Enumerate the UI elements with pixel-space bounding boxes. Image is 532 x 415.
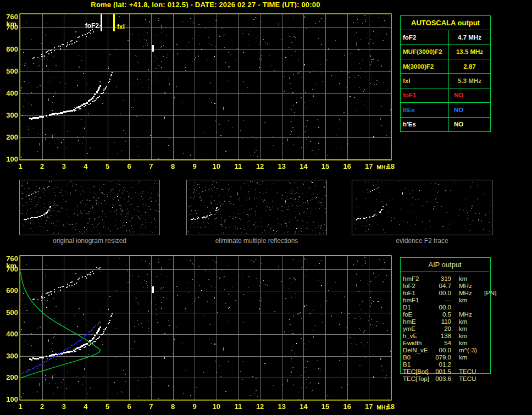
autoscala-ionogram-screen: { "header": { "title": "Rome (lat: +41.8…: [0, 0, 532, 415]
autoscala-param-value: NO: [449, 103, 490, 117]
autoscala-param-label: M(3000)F2: [401, 59, 449, 73]
panel-evidence-f2: [352, 180, 492, 235]
autoscala-row: ftEsNO: [401, 102, 490, 117]
aip-value: 00.0: [433, 304, 451, 311]
aip-unit: km: [459, 297, 483, 304]
aip-value: 20: [433, 325, 451, 333]
autoscala-table-title: AUTOSCALA output: [401, 16, 490, 30]
aip-value: 079.0: [433, 354, 451, 361]
autoscala-row: MUF(3000)F213.5 MHz: [401, 44, 490, 58]
aip-value: 001.5: [433, 368, 451, 375]
aip-value: 003.6: [433, 375, 451, 383]
autoscala-param-value: 4.7 MHz: [449, 30, 490, 44]
aip-label: Ewidth: [403, 340, 433, 347]
aip-unit: km: [459, 333, 483, 340]
autoscala-param-value: NO: [449, 88, 490, 102]
autoscala-param-label: ftEs: [401, 103, 449, 117]
aip-value: 110: [433, 318, 451, 325]
aip-row: foF100.0MHz[PN]: [403, 290, 532, 297]
autoscala-param-label: h'Es: [401, 118, 449, 131]
autoscala-param-label: foF2: [401, 30, 449, 44]
autoscala-param-label: foF1: [401, 88, 449, 102]
aip-unit: km: [459, 318, 483, 325]
aip-extra: [PN]: [484, 290, 496, 297]
panel-eliminate-reflections: [186, 180, 327, 235]
aip-label: hmE: [403, 318, 433, 325]
aip-label: B0: [403, 354, 433, 361]
aip-unit: km: [459, 340, 483, 347]
aip-value: 00.0: [433, 347, 451, 354]
top-ionogram-chart: [0, 8, 398, 173]
panel-original-ionogram: [19, 180, 160, 235]
autoscala-output-table: AUTOSCALA output foF24.7 MHzMUF(3000)F21…: [400, 15, 491, 132]
aip-row: h_vE138km: [403, 333, 532, 340]
aip-label: foF2: [403, 283, 433, 290]
aip-row: hmF1---km: [403, 297, 532, 304]
aip-label: foE: [403, 311, 433, 318]
panel-caption-eliminate: eliminate multiple reflections: [186, 237, 327, 245]
aip-row: foF204.7MHz: [403, 283, 532, 290]
aip-row: B0079.0km: [403, 354, 532, 361]
aip-unit: m^(-3): [459, 347, 483, 354]
aip-value: 319: [433, 275, 451, 283]
aip-label: TEC[Top]: [403, 375, 433, 383]
panel-caption-evidence: evidence F2 trace: [352, 237, 492, 245]
bottom-ionogram-chart: [0, 248, 398, 415]
aip-row: hmE110km: [403, 318, 532, 325]
aip-row: ymE20km: [403, 325, 532, 333]
autoscala-row: M(3000)F22.87: [401, 59, 490, 73]
aip-unit: MHz: [459, 311, 483, 318]
aip-row: Ewidth54km: [403, 340, 532, 347]
aip-label: hmF2: [403, 275, 433, 283]
aip-title-separator: [401, 272, 489, 272]
aip-unit: TECU: [459, 368, 483, 375]
aip-row: B101.2: [403, 361, 532, 368]
aip-row: hmF2319km: [403, 275, 532, 283]
aip-value: ---: [433, 297, 451, 304]
aip-table-title: AIP output: [400, 261, 490, 269]
aip-label: B1: [403, 361, 433, 368]
aip-unit: MHz: [459, 283, 483, 290]
autoscala-param-label: MUF(3000)F2: [401, 45, 449, 58]
aip-unit: MHz: [459, 290, 483, 297]
aip-unit: [459, 361, 483, 368]
aip-label: h_vE: [403, 333, 433, 340]
aip-unit: km: [459, 354, 483, 361]
aip-unit: TECU: [459, 375, 483, 383]
autoscala-param-value: 5.3 MHz: [449, 74, 490, 87]
aip-label: ymE: [403, 325, 433, 333]
aip-label: D1: [403, 304, 433, 311]
autoscala-param-value: 2.87: [449, 59, 490, 73]
autoscala-row: h'EsNO: [401, 117, 490, 131]
aip-unit: km: [459, 275, 483, 283]
aip-unit: km: [459, 325, 483, 333]
autoscala-row: foF24.7 MHz: [401, 30, 490, 44]
aip-rows: hmF2319kmfoF204.7MHzfoF100.0MHz[PN]hmF1-…: [403, 275, 532, 383]
aip-label: hmF1: [403, 297, 433, 304]
autoscala-param-label: fxI: [401, 74, 449, 87]
aip-value: 54: [433, 340, 451, 347]
aip-unit: [459, 304, 483, 311]
autoscala-param-value: NO: [449, 118, 490, 131]
autoscala-row: foF1NO: [401, 88, 490, 102]
aip-value: 01.2: [433, 361, 451, 368]
aip-value: 04.7: [433, 283, 451, 290]
aip-label: TEC[Bot]: [403, 368, 433, 375]
aip-row: DelN_vE00.0m^(-3): [403, 347, 532, 354]
autoscala-row: fxI5.3 MHz: [401, 73, 490, 87]
autoscala-param-value: 13.5 MHz: [449, 45, 490, 58]
aip-row: D100.0: [403, 304, 532, 311]
aip-value: 0.5: [433, 311, 451, 318]
aip-row: TEC[Bot]001.5TECU: [403, 368, 532, 375]
aip-value: 00.0: [433, 290, 451, 297]
aip-value: 138: [433, 333, 451, 340]
aip-row: foE0.5MHz: [403, 311, 532, 318]
aip-row: TEC[Top]003.6TECU: [403, 375, 532, 383]
aip-label: DelN_vE: [403, 347, 433, 354]
panel-caption-original: original ionogram resized: [19, 237, 160, 245]
aip-label: foF1: [403, 290, 433, 297]
